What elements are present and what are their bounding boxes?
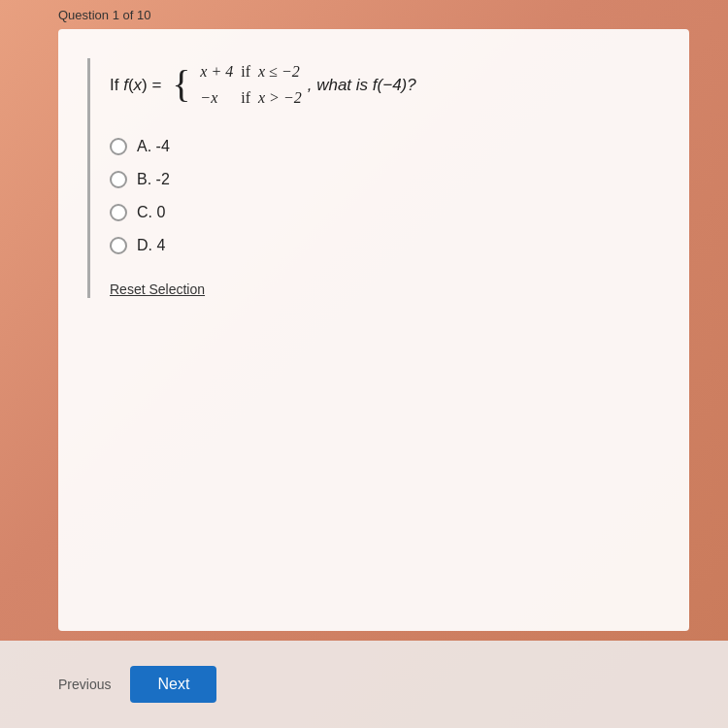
bottom-nav: Previous Next — [0, 641, 728, 728]
option-a[interactable]: A. -4 — [110, 138, 660, 155]
option-d[interactable]: D. 4 — [110, 237, 660, 254]
option-b[interactable]: B. -2 — [110, 171, 660, 188]
option-a-label: A. -4 — [137, 138, 170, 155]
previous-button[interactable]: Previous — [58, 677, 111, 692]
question-label: Question 1 of 10 — [58, 8, 150, 22]
big-brace: { — [172, 65, 190, 104]
options-list: A. -4 B. -2 C. 0 D. 4 — [110, 138, 660, 254]
radio-b[interactable] — [110, 171, 127, 188]
next-button[interactable]: Next — [130, 666, 216, 703]
option-c-label: C. 0 — [137, 204, 165, 221]
radio-a[interactable] — [110, 138, 127, 155]
question-suffix: , what is f(−4)? — [308, 72, 416, 98]
option-b-label: B. -2 — [137, 171, 170, 188]
question-prefix: If f(x) = — [110, 72, 166, 98]
question-container: If f(x) = { x + 4 if x ≤ −2 −x if x > −2… — [110, 58, 660, 111]
case1-expr: x + 4 — [200, 58, 233, 84]
case2-expr: −x — [200, 84, 233, 111]
case1-if: if — [241, 58, 250, 84]
radio-d[interactable] — [110, 237, 127, 254]
case2-cond: x > −2 — [258, 84, 302, 111]
radio-c[interactable] — [110, 204, 127, 221]
option-d-label: D. 4 — [137, 237, 165, 254]
cases-table: x + 4 if x ≤ −2 −x if x > −2 — [200, 58, 301, 111]
reset-selection-link[interactable]: Reset Selection — [110, 281, 205, 297]
main-card: If f(x) = { x + 4 if x ≤ −2 −x if x > −2… — [58, 29, 689, 631]
case2-if: if — [241, 84, 250, 111]
option-c[interactable]: C. 0 — [110, 204, 660, 221]
case1-cond: x ≤ −2 — [258, 58, 302, 84]
